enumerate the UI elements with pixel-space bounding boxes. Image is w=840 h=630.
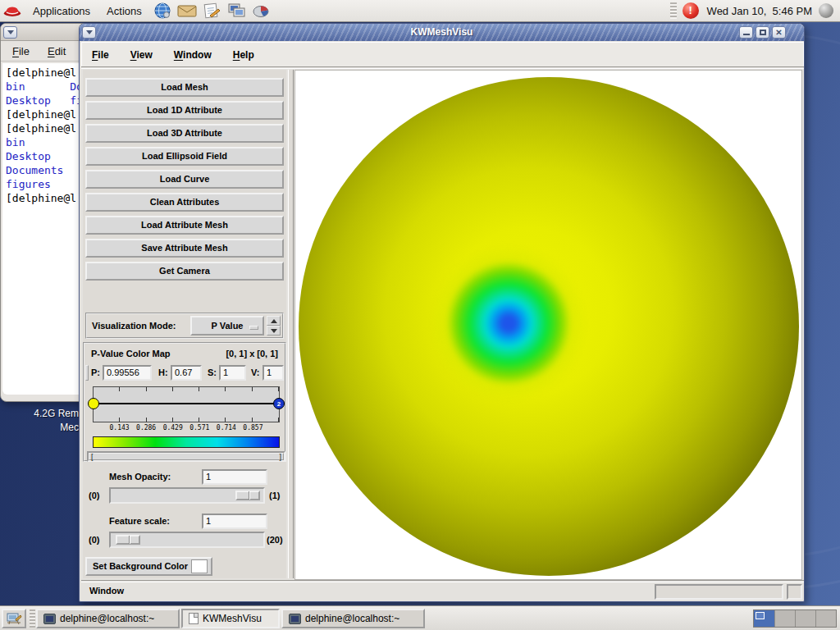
desktop: Applications Actions ! Wed Jan 10, 5:46 … bbox=[0, 0, 840, 630]
mesh-opacity-entry[interactable]: 1 bbox=[202, 469, 267, 485]
terminal-icon bbox=[43, 614, 56, 624]
terminal-window-menu-button[interactable] bbox=[3, 26, 17, 39]
mesh-opacity-slider[interactable] bbox=[109, 487, 265, 504]
tick-label: 0.429 bbox=[163, 424, 183, 431]
handle-ridge bbox=[249, 491, 250, 500]
desktop-media-label[interactable]: 4.2G Rem Mec bbox=[0, 407, 79, 435]
workspace-1[interactable] bbox=[754, 610, 774, 627]
redhat-hat-icon bbox=[3, 4, 21, 17]
minimize-button[interactable] bbox=[739, 26, 753, 39]
panel-grip[interactable] bbox=[670, 2, 677, 19]
menu-file[interactable]: File bbox=[92, 49, 109, 61]
screens-launcher-icon[interactable] bbox=[226, 1, 247, 21]
colormap-range-scrollbar[interactable]: [ ] bbox=[87, 451, 285, 462]
arrow-down-icon bbox=[271, 329, 277, 333]
colormap-title: P-Value Color Map bbox=[91, 349, 171, 358]
actions-menu[interactable]: Actions bbox=[98, 0, 150, 22]
h-label: H: bbox=[158, 368, 168, 377]
mesh-opacity-label: Mesh Opacity: bbox=[109, 472, 171, 482]
task-terminal-2[interactable]: delphine@localhost:~ bbox=[281, 609, 425, 628]
get-camera-button[interactable]: Get Camera bbox=[85, 262, 284, 281]
colormap-range-label: [0, 1] x [0, 1] bbox=[226, 349, 278, 358]
hue-entry[interactable]: 0.67 bbox=[171, 365, 202, 381]
feature-scale-max-label: (20) bbox=[267, 535, 283, 545]
range-open-bracket: [ bbox=[91, 454, 94, 461]
window-menu-button[interactable] bbox=[82, 26, 96, 39]
feature-scale-slider[interactable] bbox=[109, 532, 265, 548]
app-menubar: File View Window Help bbox=[81, 42, 804, 66]
applications-menu[interactable]: Applications bbox=[25, 0, 98, 22]
mesh-opacity-min-label: (0) bbox=[89, 491, 99, 500]
email-launcher-icon[interactable] bbox=[176, 1, 198, 21]
terminal-menu-edit[interactable]: Edit bbox=[48, 45, 66, 57]
menu-view[interactable]: View bbox=[130, 49, 153, 61]
control-panel: Load Mesh Load 1D Attribute Load 3D Attr… bbox=[83, 70, 286, 578]
colormap-range-slider[interactable]: [ ] bbox=[89, 453, 284, 460]
workspace-3[interactable] bbox=[795, 610, 815, 627]
panel-clock[interactable]: Wed Jan 10, 5:46 PM bbox=[702, 5, 817, 17]
load-ellipsoid-field-button[interactable]: Load Ellipsoid Field bbox=[85, 147, 284, 166]
visualization-mode-label: Visualization Mode: bbox=[92, 321, 176, 331]
background-color-swatch bbox=[191, 559, 208, 573]
terminal-menu-file[interactable]: File bbox=[12, 45, 30, 57]
web-browser-launcher-icon[interactable] bbox=[152, 1, 173, 21]
workspace-2[interactable] bbox=[774, 610, 795, 627]
p-value-entry[interactable]: 0.99556 bbox=[103, 365, 152, 381]
statusbar-resize-box[interactable] bbox=[787, 584, 802, 600]
volume-icon[interactable] bbox=[819, 3, 833, 18]
redhat-menu-icon[interactable] bbox=[2, 1, 23, 21]
workspace-4[interactable] bbox=[815, 610, 836, 627]
load-attribute-mesh-button[interactable]: Load Attribute Mesh bbox=[85, 216, 284, 235]
colormap-point-start[interactable] bbox=[88, 398, 99, 409]
close-button[interactable]: ✕ bbox=[772, 26, 786, 39]
mesh-opacity-max-label: (1) bbox=[269, 491, 280, 500]
menu-help[interactable]: Help bbox=[233, 49, 254, 61]
spin-down-button[interactable] bbox=[267, 326, 281, 336]
set-background-color-button[interactable]: Set Background Color bbox=[85, 557, 212, 576]
maximize-button[interactable] bbox=[756, 26, 769, 39]
pvalue-colormap-frame: P-Value Color Map [0, 1] x [0, 1] P: 0.9… bbox=[83, 342, 286, 462]
system-monitor-launcher-icon[interactable] bbox=[250, 1, 272, 21]
gnome-top-panel: Applications Actions ! Wed Jan 10, 5:46 … bbox=[0, 0, 840, 22]
window-controls: ✕ bbox=[739, 26, 786, 39]
update-alert-icon[interactable]: ! bbox=[682, 2, 699, 19]
mesh-opacity-handle[interactable] bbox=[235, 491, 260, 500]
feature-scale-handle[interactable] bbox=[116, 535, 140, 545]
workspace-switcher bbox=[753, 609, 837, 628]
load-curve-button[interactable]: Load Curve bbox=[85, 170, 284, 189]
tick-label: 0.571 bbox=[189, 424, 209, 431]
colormap-gradient-bar bbox=[93, 436, 280, 448]
load-3d-attribute-button[interactable]: Load 3D Attribute bbox=[85, 124, 284, 143]
colormap-grip[interactable] bbox=[85, 365, 89, 381]
colormap-function-canvas[interactable]: 2 bbox=[93, 386, 280, 422]
spin-up-button[interactable] bbox=[267, 316, 281, 326]
render-viewport[interactable] bbox=[294, 70, 802, 580]
value-entry[interactable]: 1 bbox=[262, 365, 284, 381]
text-editor-launcher-icon[interactable] bbox=[201, 1, 222, 21]
show-desktop-button[interactable] bbox=[2, 609, 26, 628]
task-label: KWMeshVisu bbox=[203, 613, 262, 624]
statusbar-separator bbox=[81, 580, 804, 582]
task-kwmeshvisu[interactable]: KWMeshVisu bbox=[181, 609, 280, 628]
clean-attributes-button[interactable]: Clean Attributes bbox=[85, 193, 284, 212]
media-label-line1: 4.2G Rem bbox=[0, 407, 79, 421]
feature-scale-entry[interactable]: 1 bbox=[202, 514, 267, 529]
save-attribute-mesh-button[interactable]: Save Attribute Mesh bbox=[85, 239, 284, 258]
visualization-mode-dropdown[interactable]: P Value bbox=[190, 316, 264, 336]
load-mesh-button[interactable]: Load Mesh bbox=[85, 78, 284, 97]
maximize-icon bbox=[760, 30, 766, 35]
saturation-entry[interactable]: 1 bbox=[219, 365, 246, 381]
menu-window[interactable]: Window bbox=[174, 49, 212, 61]
chevron-down-icon bbox=[7, 30, 14, 34]
media-label-line2: Mec bbox=[0, 421, 79, 435]
arrow-up-icon bbox=[271, 319, 277, 323]
feature-scale-label: Feature scale: bbox=[109, 516, 170, 526]
taskbar-grip[interactable] bbox=[30, 609, 35, 628]
pane-sash[interactable] bbox=[288, 70, 294, 578]
load-1d-attribute-button[interactable]: Load 1D Attribute bbox=[85, 101, 284, 120]
tick-label: 0.857 bbox=[243, 424, 262, 431]
chevron-down-icon bbox=[86, 30, 93, 34]
task-terminal-1[interactable]: delphine@localhost:~ bbox=[36, 609, 180, 628]
colormap-point-2[interactable]: 2 bbox=[273, 398, 285, 409]
s-label: S: bbox=[208, 368, 217, 377]
